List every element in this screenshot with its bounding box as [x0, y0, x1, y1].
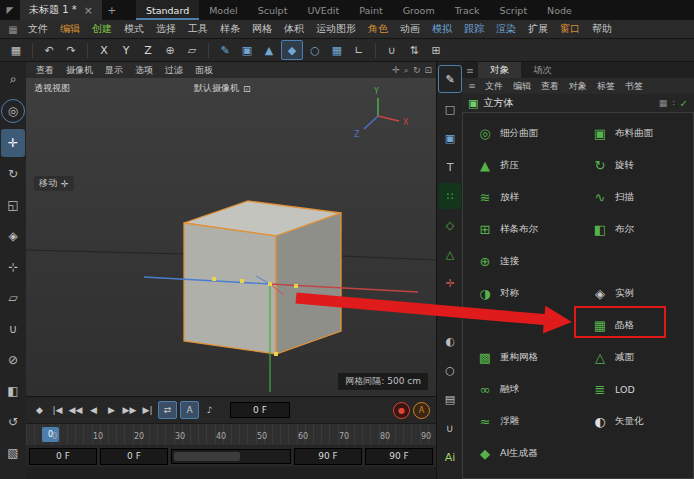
loop-toggle[interactable]: ⇄: [158, 401, 177, 419]
menu-item-mograph[interactable]: 运动图形: [310, 22, 362, 36]
points-mode-icon[interactable]: ∷: [439, 183, 461, 209]
render-region-icon[interactable]: ▧: [1, 439, 25, 467]
zoom-view-icon[interactable]: ⌕: [404, 65, 409, 76]
solo-icon[interactable]: ◧: [1, 377, 25, 405]
visibility-dots-icon[interactable]: ∶: [672, 98, 674, 108]
coordinates-icon[interactable]: ⊹: [1, 253, 25, 281]
layout-tab-sculpt[interactable]: Sculpt: [248, 0, 298, 20]
viewport-menu-view[interactable]: 查看: [30, 64, 60, 77]
polygons-mode-icon[interactable]: △: [439, 241, 461, 267]
document-tab[interactable]: 未标题 1 * ×: [20, 0, 102, 20]
axis-z-button[interactable]: Z: [138, 41, 158, 59]
next-key-button[interactable]: ▶▶: [122, 402, 137, 418]
magnet-icon[interactable]: ∪: [382, 41, 402, 59]
om-menu-view[interactable]: 查看: [536, 80, 564, 93]
rotate-view-icon[interactable]: ↻: [413, 65, 421, 76]
menu-item-extensions[interactable]: 扩展: [522, 22, 554, 36]
history-icon[interactable]: ↺: [1, 408, 25, 436]
edges-mode-icon[interactable]: ◇: [439, 212, 461, 238]
rotate-tool-icon[interactable]: ↻: [1, 160, 25, 188]
snap-icon[interactable]: ∪: [1, 315, 25, 343]
om-menu-file[interactable]: 文件: [480, 80, 508, 93]
generator-item-remesh[interactable]: ▩重构网格: [463, 341, 578, 373]
panel-menu-icon[interactable]: ≡: [462, 65, 478, 76]
menu-item-mode[interactable]: 模式: [118, 22, 150, 36]
menu-item-file[interactable]: 文件: [22, 22, 54, 36]
hex-primitive-icon[interactable]: ◆: [281, 40, 303, 60]
tab-takes[interactable]: 场次: [521, 62, 564, 78]
layout-tab-standard[interactable]: Standard: [136, 0, 199, 20]
enabled-check-icon[interactable]: ✓: [680, 98, 688, 109]
add-tab-button[interactable]: +: [102, 4, 122, 17]
coord-system-icon[interactable]: ⊕: [160, 41, 180, 59]
record-button[interactable]: ●: [393, 402, 410, 419]
grid-add-icon[interactable]: ⊞: [426, 41, 446, 59]
snap-magnet-icon[interactable]: ∪: [439, 415, 461, 441]
range-start-field[interactable]: 0 F: [29, 448, 97, 465]
layout-tab-track[interactable]: Track: [445, 0, 490, 20]
generator-item-symmetry[interactable]: ◑对称: [463, 277, 578, 309]
goto-start-button[interactable]: |◀: [50, 402, 65, 418]
menu-item-volume[interactable]: 体积: [278, 22, 310, 36]
menu-item-tools[interactable]: 工具: [182, 22, 214, 36]
viewport-menu-filter[interactable]: 过滤: [159, 64, 189, 77]
pyramid-primitive-icon[interactable]: ▲: [259, 41, 279, 59]
cube-object[interactable]: [184, 201, 341, 354]
axis-y-button[interactable]: Y: [116, 41, 136, 59]
menu-item-simulate[interactable]: 模拟: [426, 22, 458, 36]
generator-item-cloth-surface[interactable]: ▣布料曲面: [578, 117, 693, 149]
layout-tab-paint[interactable]: Paint: [349, 0, 393, 20]
menu-item-create[interactable]: 创建: [86, 22, 118, 36]
close-tab-icon[interactable]: ×: [84, 4, 93, 17]
hamburger-icon[interactable]: ≡: [464, 81, 480, 91]
scale-tool-icon[interactable]: ◱: [1, 191, 25, 219]
texture-mode-icon[interactable]: ▣: [439, 125, 461, 151]
search-icon[interactable]: ⌕: [1, 65, 25, 93]
viewport-menu-options[interactable]: 选项: [129, 64, 159, 77]
layout-tab-model[interactable]: Model: [199, 0, 248, 20]
uv-mode-icon[interactable]: T: [439, 154, 461, 180]
cube-primitive-icon[interactable]: ▣: [237, 41, 257, 59]
viewport-menu-display[interactable]: 显示: [99, 64, 129, 77]
layout-tab-node[interactable]: Node: [537, 0, 582, 20]
capsule-icon[interactable]: ○: [439, 357, 461, 383]
menu-item-window[interactable]: 窗口: [554, 22, 586, 36]
redo-icon[interactable]: ↷: [61, 41, 81, 59]
range-preview-end-field[interactable]: 90 F: [294, 448, 362, 465]
tab-objects[interactable]: 对象: [478, 62, 521, 78]
generator-item-spline-boolean[interactable]: ⊞样条布尔: [463, 213, 578, 245]
workplane-lock-icon[interactable]: ▱: [1, 284, 25, 312]
normals-icon[interactable]: ⊙: [439, 299, 461, 325]
generator-item-lod[interactable]: ≣LOD: [578, 373, 693, 405]
axis-x-button[interactable]: X: [94, 41, 114, 59]
toggle-view-icon[interactable]: ⊡: [424, 65, 432, 76]
layout-tab-groom[interactable]: Groom: [393, 0, 445, 20]
axis-mode-icon[interactable]: ✛: [439, 270, 461, 296]
goto-end-button[interactable]: ▶|: [140, 402, 155, 418]
generator-item-ai-generator[interactable]: ◆AI生成器: [463, 437, 578, 469]
range-preview-start-field[interactable]: 0 F: [100, 448, 168, 465]
key-icon[interactable]: ◆: [32, 402, 47, 418]
layer-icon[interactable]: ▦: [659, 98, 668, 108]
menu-item-help[interactable]: 帮助: [586, 22, 618, 36]
menu-item-mesh[interactable]: 网格: [246, 22, 278, 36]
menu-item-render[interactable]: 渲染: [490, 22, 522, 36]
timeline-ruler[interactable]: 0 0 10 20 30 40 50 60 70 80 90: [26, 423, 436, 446]
generator-item-instance[interactable]: ◈实例: [578, 277, 693, 309]
undo-icon[interactable]: ↶: [39, 41, 59, 59]
prev-key-button[interactable]: ◀◀: [68, 402, 83, 418]
sphere-view-icon[interactable]: ◐: [439, 328, 461, 354]
menu-item-edit[interactable]: 编辑: [54, 22, 86, 36]
menu-item-track[interactable]: 跟踪: [458, 22, 490, 36]
menu-item-character[interactable]: 角色: [362, 22, 394, 36]
current-frame-field[interactable]: 0 F: [230, 402, 290, 418]
autokey-record-button[interactable]: A: [413, 402, 430, 419]
prev-frame-button[interactable]: ◀: [86, 402, 101, 418]
generator-item-relief[interactable]: ≈浮雕: [463, 405, 578, 437]
arrows-icon[interactable]: ⇅: [404, 41, 424, 59]
range-slider-handle[interactable]: [174, 452, 240, 461]
generator-item-sweep[interactable]: ∿扫描: [578, 181, 693, 213]
plane-icon[interactable]: ▤: [439, 386, 461, 412]
interface-icon[interactable]: ▦: [6, 41, 26, 59]
generator-item-boolean[interactable]: ◧布尔: [578, 213, 693, 245]
